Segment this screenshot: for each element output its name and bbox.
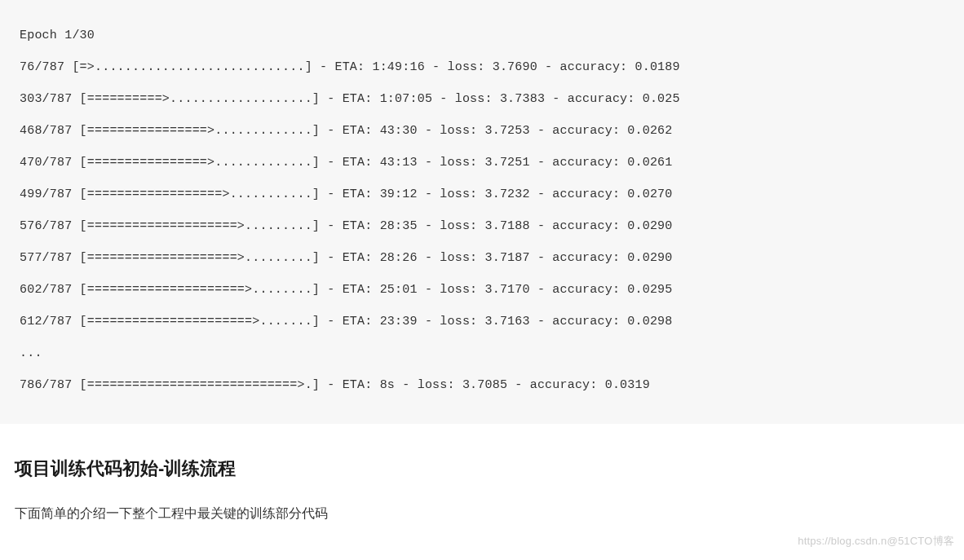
code-line: 470/787 [================>.............]…: [20, 156, 673, 170]
code-line: 786/787 [============================>.]…: [20, 378, 650, 392]
section-heading: 项目训练代码初始-训练流程: [15, 456, 964, 481]
body-paragraph: 下面简单的介绍一下整个工程中最关键的训练部分代码: [15, 502, 964, 526]
code-line: 303/787 [==========>...................]…: [20, 92, 680, 106]
code-line: Epoch 1/30: [20, 29, 95, 42]
code-line: ...: [20, 346, 42, 360]
code-output-block: Epoch 1/30 76/787 [=>...................…: [0, 0, 964, 424]
code-line: 468/787 [================>.............]…: [20, 124, 673, 138]
watermark-text: https://blog.csdn.n@51CTO博客: [798, 534, 954, 549]
code-line: 602/787 [=====================>........]…: [20, 283, 673, 297]
code-line: 612/787 [======================>.......]…: [20, 315, 673, 329]
code-line: 576/787 [====================>.........]…: [20, 219, 673, 233]
code-line: 76/787 [=>............................] …: [20, 60, 680, 74]
code-line: 499/787 [==================>...........]…: [20, 187, 673, 201]
code-line: 577/787 [====================>.........]…: [20, 251, 673, 265]
training-log-text: Epoch 1/30 76/787 [=>...................…: [20, 20, 944, 401]
